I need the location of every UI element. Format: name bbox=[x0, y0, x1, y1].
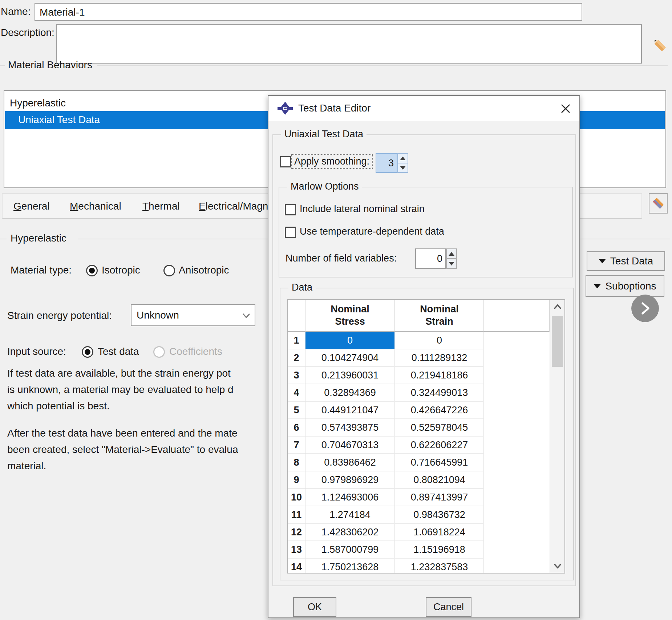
stress-cell[interactable]: 1.587000799 bbox=[305, 541, 395, 559]
row-number-cell[interactable]: 6 bbox=[288, 419, 305, 437]
stress-cell[interactable]: 0.32894369 bbox=[305, 384, 395, 402]
material-type-anisotropic-radio[interactable] bbox=[163, 265, 175, 276]
strain-cell[interactable]: 1.232837583 bbox=[395, 559, 484, 573]
name-input[interactable]: Material-1 bbox=[35, 3, 582, 21]
stress-cell[interactable]: 0.449121047 bbox=[305, 402, 395, 419]
filler-cell bbox=[484, 384, 550, 402]
strain-cell[interactable]: 0.98436732 bbox=[395, 506, 484, 524]
scrollbar-thumb[interactable] bbox=[552, 316, 563, 367]
material-behaviors-label: Material Behaviors bbox=[8, 59, 92, 71]
strain-cell[interactable]: 0.897413997 bbox=[395, 489, 484, 506]
cancel-button-label: Cancel bbox=[433, 601, 464, 613]
row-number-cell[interactable]: 2 bbox=[288, 349, 305, 367]
description-input[interactable] bbox=[56, 24, 642, 64]
material-type-isotropic-label[interactable]: Isotropic bbox=[102, 264, 140, 276]
test-data-button[interactable]: Test Data bbox=[587, 251, 665, 271]
header-nominal-strain: Nominal Strain bbox=[395, 300, 484, 332]
row-number-cell[interactable]: 4 bbox=[288, 384, 305, 402]
strain-cell[interactable]: 0.525978045 bbox=[395, 419, 484, 437]
scrollbar-down-button[interactable] bbox=[550, 559, 564, 573]
material-behaviors-border-right bbox=[97, 65, 668, 66]
scrollbar-up-button[interactable] bbox=[550, 300, 564, 314]
field-vars-spin-down-button[interactable] bbox=[446, 259, 457, 269]
info-text-line: been created, select "Material->Evaluate… bbox=[7, 444, 238, 455]
row-number-cell[interactable]: 5 bbox=[288, 402, 305, 419]
use-temperature-checkbox[interactable] bbox=[285, 227, 296, 238]
row-number-cell[interactable]: 3 bbox=[288, 367, 305, 384]
menu-general[interactable]: General bbox=[13, 194, 50, 218]
input-source-coefficients-radio[interactable] bbox=[153, 346, 165, 358]
field-vars-spin-up-button[interactable] bbox=[446, 248, 457, 259]
strain-cell[interactable]: 0.622606227 bbox=[395, 437, 484, 454]
stress-cell[interactable]: 1.124693006 bbox=[305, 489, 395, 506]
expand-panel-chevron-button[interactable] bbox=[631, 295, 659, 322]
strain-cell[interactable]: 1.06918224 bbox=[395, 524, 484, 541]
data-table-content: Nominal Stress Nominal Strain 10020.1042… bbox=[288, 300, 550, 573]
field-variables-field[interactable]: 0 bbox=[415, 248, 446, 269]
stress-cell[interactable]: 0.979896929 bbox=[305, 471, 395, 489]
row-number-cell[interactable]: 7 bbox=[288, 437, 305, 454]
delete-behavior-button[interactable] bbox=[649, 193, 668, 214]
dialog-titlebar[interactable]: Test Data Editor bbox=[268, 96, 579, 121]
material-type-anisotropic-label[interactable]: Anisotropic bbox=[179, 264, 229, 276]
strain-cell[interactable]: 0 bbox=[395, 332, 484, 349]
filler-cell bbox=[484, 541, 550, 559]
table-row: 101.1246930060.897413997 bbox=[288, 489, 550, 506]
row-number-cell[interactable]: 9 bbox=[288, 471, 305, 489]
row-number-cell[interactable]: 11 bbox=[288, 506, 305, 524]
use-temperature-label[interactable]: Use temperature-dependent data bbox=[300, 226, 444, 237]
behavior-item-hyperelastic[interactable]: Hyperelastic bbox=[10, 97, 66, 109]
apply-smoothing-checkbox[interactable] bbox=[280, 156, 291, 167]
strain-cell[interactable]: 0.111289132 bbox=[395, 349, 484, 367]
input-source-testdata-radio[interactable] bbox=[82, 346, 93, 358]
strain-energy-dropdown[interactable]: Unknown bbox=[131, 304, 255, 326]
hyperelastic-group-label: Hyperelastic bbox=[11, 232, 66, 244]
dialog-close-button[interactable] bbox=[558, 101, 574, 117]
stress-cell[interactable]: 0.213960031 bbox=[305, 367, 395, 384]
stress-cell[interactable]: 1.274184 bbox=[305, 506, 395, 524]
smoothing-spin-up-button[interactable] bbox=[397, 153, 408, 163]
edit-description-pencil-icon[interactable] bbox=[649, 35, 670, 56]
strain-cell[interactable]: 0.716645991 bbox=[395, 454, 484, 471]
strain-cell[interactable]: 0.219418186 bbox=[395, 367, 484, 384]
row-number-cell[interactable]: 1 bbox=[288, 332, 305, 349]
row-number-cell[interactable]: 8 bbox=[288, 454, 305, 471]
table-scrollbar[interactable] bbox=[550, 300, 564, 573]
input-source-testdata-label[interactable]: Test data bbox=[98, 346, 139, 357]
smoothing-value-field[interactable]: 3 bbox=[376, 153, 397, 173]
strain-cell[interactable]: 0.324499013 bbox=[395, 384, 484, 402]
strain-cell[interactable]: 0.426647226 bbox=[395, 402, 484, 419]
header-filler bbox=[484, 300, 550, 332]
menu-mechanical[interactable]: Mechanical bbox=[70, 194, 121, 218]
strain-cell[interactable]: 1.15196918 bbox=[395, 541, 484, 559]
triangle-down-icon bbox=[599, 259, 606, 263]
suboptions-button-label: Suboptions bbox=[605, 280, 656, 292]
input-source-coefficients-label: Coefficients bbox=[169, 346, 222, 357]
row-number-cell[interactable]: 12 bbox=[288, 524, 305, 541]
stress-cell[interactable]: 1.750213628 bbox=[305, 559, 395, 573]
chevron-down-icon bbox=[241, 311, 252, 320]
suboptions-button[interactable]: Suboptions bbox=[586, 275, 664, 297]
filler-cell bbox=[484, 332, 550, 349]
menu-thermal[interactable]: Thermal bbox=[142, 194, 180, 218]
cancel-button[interactable]: Cancel bbox=[426, 597, 471, 617]
stress-cell[interactable]: 0 bbox=[305, 332, 395, 349]
material-type-isotropic-radio[interactable] bbox=[86, 265, 98, 276]
menu-electrical[interactable]: Electrical/Magn bbox=[199, 194, 268, 218]
strain-cell[interactable]: 0.80821094 bbox=[395, 471, 484, 489]
stress-cell[interactable]: 1.428306202 bbox=[305, 524, 395, 541]
stress-cell[interactable]: 0.83986462 bbox=[305, 454, 395, 471]
apply-smoothing-label[interactable]: Apply smoothing: bbox=[291, 154, 373, 169]
eraser-icon bbox=[649, 194, 667, 213]
row-number-cell[interactable]: 14 bbox=[288, 559, 305, 573]
smoothing-spin-down-button[interactable] bbox=[397, 163, 408, 173]
stress-cell[interactable]: 0.574393875 bbox=[305, 419, 395, 437]
include-lateral-label[interactable]: Include lateral nominal strain bbox=[300, 203, 425, 215]
row-number-cell[interactable]: 13 bbox=[288, 541, 305, 559]
ok-button[interactable]: OK bbox=[293, 597, 336, 617]
arrow-up-icon bbox=[449, 252, 454, 256]
row-number-cell[interactable]: 10 bbox=[288, 489, 305, 506]
include-lateral-checkbox[interactable] bbox=[285, 204, 296, 215]
stress-cell[interactable]: 0.704670313 bbox=[305, 437, 395, 454]
stress-cell[interactable]: 0.104274904 bbox=[305, 349, 395, 367]
